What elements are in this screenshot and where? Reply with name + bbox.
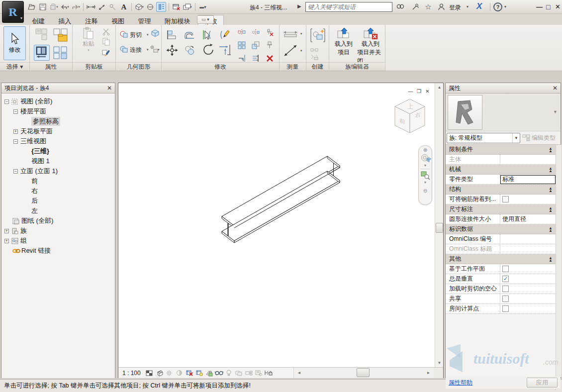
detail-level-button[interactable] [145,369,154,377]
load-into-project-button[interactable]: 载入到 项目 [331,27,356,61]
tree-item-groups[interactable]: +组 [4,236,27,246]
visual-style-button[interactable] [155,369,164,377]
close-button[interactable]: ✕ [555,3,561,10]
text-button[interactable]: A [119,2,129,12]
project-browser-header[interactable]: 项目浏览器 - 族4 ✕ [1,83,115,94]
row-always-vertical[interactable]: 总是垂直✓ [446,274,556,284]
project-browser-close-icon[interactable]: ✕ [107,85,112,92]
aligned-dimension-button[interactable]: ▾ [86,2,96,12]
offset-button[interactable] [184,29,195,41]
temporary-view-properties-button[interactable] [255,369,263,377]
cut-geometry-label[interactable]: 剪切 [130,31,142,39]
tree-item-right[interactable]: 右 [31,186,38,196]
panel-measure-label[interactable]: 测量 [280,62,306,71]
save-button[interactable] [38,2,48,12]
join-geometry-icon-button[interactable] [119,45,129,54]
redo-button[interactable]: ▾ [71,2,81,12]
family-category-button[interactable] [52,27,70,44]
login-dropdown-arrow[interactable]: ▾ [467,4,468,9]
rebar-checkbox[interactable]: ✓ [502,196,509,202]
switch-windows-button[interactable]: ▾ [183,2,192,12]
load-into-project-close-button[interactable]: 载入到 项目并关闭 [357,27,384,61]
ribbon-display-toggle[interactable]: ▭ ▾ [197,15,214,24]
mirror-draw-axis-button[interactable] [251,28,260,37]
paste-dropdown-arrow[interactable]: ▾ [88,48,90,52]
sync-dropdown-arrow[interactable]: ▾ [56,5,58,9]
family-types-button[interactable] [34,27,50,43]
always-vertical-checkbox[interactable]: ✓ [502,276,509,282]
tree-item-left[interactable]: 左 [31,206,38,216]
match-type-button[interactable] [101,49,110,58]
properties-close-icon[interactable]: ✕ [553,85,558,92]
help-button[interactable]: ? [493,2,502,11]
collapse-chevron-icon[interactable]: ▲▲ [549,207,552,212]
temporary-hide-isolate-button[interactable] [215,369,223,377]
minimize-button[interactable]: — [536,3,543,10]
login-label[interactable]: 登录 [449,3,461,12]
tree-item-3d[interactable]: {三维} [31,146,49,156]
row-work-plane-based[interactable]: 基于工作平面✓ [446,264,556,274]
scroll-right-icon[interactable]: ► [424,369,433,377]
tree-item-back[interactable]: 后 [31,196,38,206]
rotate-button[interactable] [201,43,215,57]
trim-multiple-button[interactable] [251,54,260,63]
modify-button[interactable]: 修改 [3,26,26,60]
sync-with-central-button[interactable]: ▾ [49,2,59,12]
cut-to-clipboard-button[interactable] [101,27,110,36]
row-cut-voids[interactable]: 加载时剪切的空心✓ [446,284,556,294]
expander-icon[interactable]: + [4,239,9,243]
room-calc-checkbox[interactable]: ✓ [502,305,509,312]
section-mechanical[interactable]: 机械▲▲ [446,165,556,175]
array-button[interactable] [237,41,246,50]
section-identity-data[interactable]: 标识数据▲▲ [446,224,556,234]
collapse-chevron-icon[interactable]: ▲▲ [549,167,552,172]
help-dropdown-arrow[interactable]: ▾ [504,4,506,9]
expander-icon[interactable]: − [13,109,18,114]
ibeam-3d-model[interactable] [118,83,435,367]
section-other[interactable]: 其他▲▲ [446,254,556,264]
section-structural[interactable]: 结构▲▲ [446,185,556,195]
family-types-dialog-button[interactable] [52,45,70,61]
thin-lines-toggle[interactable] [156,2,166,12]
tree-item-view1[interactable]: 视图 1 [31,156,50,166]
tag-button[interactable] [108,2,118,12]
scroll-down-icon[interactable]: ▼ [435,359,444,367]
worksharing-display-button[interactable] [235,369,243,377]
favorites-button[interactable]: ☆ [423,2,434,12]
viewport-horizontal-scrollbar[interactable]: ◄ ► [293,368,434,378]
displacement-sets-button[interactable] [245,369,253,377]
trim-corner-button[interactable] [237,54,246,63]
tree-item-front[interactable]: 前 [31,176,38,186]
scale-button[interactable]: 1 : 100 [122,370,141,377]
collapse-chevron-icon[interactable]: ▲▲ [549,257,552,262]
row-round-connector[interactable]: 圆形连接件大小使用直径 [446,214,556,224]
align-button[interactable] [166,29,178,41]
row-room-calc-point[interactable]: 房间计算点✓ [446,304,556,314]
undo-button[interactable]: ▾ [60,2,70,12]
maximize-button[interactable]: □ [546,3,550,11]
join-dropdown-arrow[interactable]: ▾ [147,48,149,52]
property-grid-scrollbar[interactable] [556,145,562,377]
move-button[interactable] [166,44,179,57]
expander-icon[interactable]: − [4,99,9,104]
row-host[interactable]: 主体 [446,155,556,165]
panel-geometry-label[interactable]: 几何图形 [116,62,161,71]
row-omniclass-number[interactable]: OmniClass 编号 [446,234,556,244]
pin-button[interactable] [265,41,274,50]
search-button[interactable] [395,2,406,12]
switch-windows-dropdown-arrow[interactable]: ▾ [190,5,192,9]
undo-dropdown-arrow[interactable]: ▾ [67,5,69,9]
section-constraints[interactable]: 限制条件▲▲ [446,145,556,155]
cut-geometry-icon-button[interactable] [119,30,129,39]
expander-icon[interactable]: + [4,229,9,233]
tree-item-sheets[interactable]: 图纸 (全部) [12,216,53,226]
panel-select-label[interactable]: 选择 ▾ [0,62,29,71]
preview-dropdown-arrow[interactable]: ▼ [553,109,558,114]
application-menu-button[interactable]: R▾ [2,1,24,23]
crop-view-button[interactable] [185,369,193,377]
trim-extend-button[interactable] [218,43,232,57]
properties-header[interactable]: 属性 ✕ [446,83,561,94]
round-connector-value[interactable]: 使用直径 [500,214,556,224]
scroll-up-icon[interactable]: ▲ [435,83,444,92]
expander-icon[interactable]: + [13,129,18,134]
